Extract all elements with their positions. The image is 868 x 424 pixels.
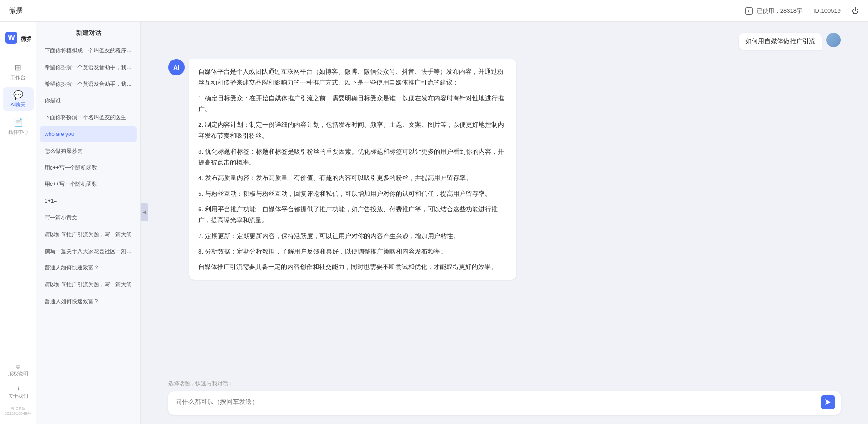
svg-text:W: W [8,34,15,42]
ai-message: AI 自媒体平台是个人或团队通过互联网平台（如博客、微博、微信公众号、抖音、快手… [168,59,841,280]
sidebar-item[interactable]: who are you [40,126,137,142]
sidebar-item[interactable]: 希望你扮演一个英语发音助手，我提供给你... [40,60,137,75]
chat-input-box [168,391,841,415]
sidebar-item[interactable]: 写一篇小黄文 [40,210,137,226]
sidebar-item[interactable]: 希望你扮演一个英语发音助手，我提供给你... [40,76,137,92]
logout-button[interactable]: ⏻ [852,7,859,15]
logo-svg: W 微撰 [5,32,31,46]
drafts-label: 稿件中心 [8,129,28,135]
ai-chat-icon: 💬 [13,90,23,100]
ai-chat-label: AI聊天 [10,101,25,108]
sidebar-item[interactable]: 你是谁 [40,93,137,109]
collapse-sidebar-button[interactable]: ◀ [141,203,148,221]
send-icon [824,399,832,406]
copyright-item[interactable]: © 版权说明 [3,361,34,381]
sidebar-item[interactable]: 用c++写一个随机函数 [40,160,137,176]
ai-response-paragraph: 自媒体平台是个人或团队通过互联网平台（如博客、微博、微信公众号、抖音、快手等）发… [198,66,507,89]
ai-response-paragraph: 6. 利用平台推广功能：自媒体平台都提供了推广功能，如广告投放、付费推广等，可以… [198,204,507,226]
sidebar-item[interactable]: 请以如何推广引流为题，写一篇大纲 [40,277,137,293]
about-label: 关于我们 [8,393,28,399]
chat-messages: 如何用自媒体做推广引流 AI 自媒体平台是个人或团队通过互联网平台（如博客、微博… [141,22,868,374]
logo: W 微撰 [5,31,32,47]
copyright-label: 版权说明 [8,370,28,377]
ai-response-paragraph: 3. 优化标题和标签：标题和标签是吸引粉丝的重要因素。优化标题和标签可以让更多的… [198,146,507,169]
sidebar-list: 下面你将模拟成一个叫圣友的程序员、我说...希望你扮演一个英语发音助手，我提供给… [36,41,140,424]
sidebar-header[interactable]: 新建对话 [36,22,140,41]
topbar-char-count: i 已使用：28318字 [745,7,803,15]
left-nav-bottom: © 版权说明 ℹ 关于我们 粤ICP备2022019948号 [0,361,36,424]
send-button[interactable] [821,395,835,409]
ai-response-paragraph: 自媒体推广引流需要具备一定的内容创作和社交能力，同时也需要不断尝试和优化，才能取… [198,262,507,273]
ai-response-paragraph: 2. 制定内容计划：制定一份详细的内容计划，包括发布时间、频率、主题、文案、图片… [198,120,507,142]
sidebar-item[interactable]: 撰写一篇关于八大家花园社区一刻钟便民生... [40,244,137,259]
sidebar-item[interactable]: 请以如何推广引流为题，写一篇大纲 [40,227,137,243]
quick-label: 选择话题，快速与我对话： [168,380,841,388]
sidebar-item[interactable]: 1+1= [40,193,137,209]
user-avatar [826,33,841,47]
sidebar-item-drafts[interactable]: 📄 稿件中心 [3,115,34,138]
sidebar-item[interactable]: 用c++写一个随机函数 [40,176,137,192]
topbar-id: ID:100519 [813,7,841,14]
left-nav: W 微撰 ⊞ 工作台 💬 AI聊天 📄 稿件中心 © 版权说明 ℹ 关于我们 [0,22,36,424]
sidebar-item[interactable]: 下面你将扮演一个名叫圣友的医生 [40,110,137,125]
sidebar: 新建对话 下面你将模拟成一个叫圣友的程序员、我说...希望你扮演一个英语发音助手… [36,22,141,424]
topbar-title: 微撰 [9,6,745,15]
beian-text: 粤ICP备2022019948号 [0,404,36,417]
user-message: 如何用自媒体做推广引流 [168,33,841,50]
chat-input-area: 选择话题，快速与我对话： [141,374,868,424]
svg-text:微撰: 微撰 [20,35,31,42]
ai-message-bubble: 自媒体平台是个人或团队通过互联网平台（如博客、微博、微信公众号、抖音、快手等）发… [189,59,516,280]
copyright-icon: © [16,364,20,369]
ai-response-paragraph: 7. 定期更新：定期更新内容，保持活跃度，可以让用户对你的内容产生兴趣，增加用户… [198,231,507,242]
user-avatar-image [826,33,841,47]
ai-response-paragraph: 1. 确定目标受众：在开始自媒体推广引流之前，需要明确目标受众是谁，以便在发布内… [198,93,507,115]
user-message-bubble: 如何用自媒体做推广引流 [739,33,822,50]
workbench-label: 工作台 [10,74,25,81]
sidebar-item[interactable]: 下面你将模拟成一个叫圣友的程序员、我说... [40,43,137,59]
char-count-label: 已使用：28318字 [757,7,803,15]
main-layout: W 微撰 ⊞ 工作台 💬 AI聊天 📄 稿件中心 © 版权说明 ℹ 关于我们 [0,22,868,424]
info-icon: i [745,7,753,15]
topbar-right: i 已使用：28318字 ID:100519 ⏻ [745,7,859,15]
topbar: 微撰 i 已使用：28318字 ID:100519 ⏻ [0,0,868,22]
ai-response-paragraph: 8. 分析数据：定期分析数据，了解用户反馈和喜好，以便调整推广策略和内容发布频率… [198,246,507,257]
sidebar-item[interactable]: 普通人如何快速致富？ [40,294,137,309]
ai-response-paragraph: 5. 与粉丝互动：积极与粉丝互动，回复评论和私信，可以增加用户对你的认可和信任，… [198,189,507,200]
sidebar-item-workbench[interactable]: ⊞ 工作台 [3,60,34,84]
about-item[interactable]: ℹ 关于我们 [3,383,34,403]
chat-area: 如何用自媒体做推广引流 AI 自媒体平台是个人或团队通过互联网平台（如博客、微博… [141,22,868,424]
about-icon: ℹ [17,386,19,392]
ai-avatar: AI [168,59,185,75]
chat-input[interactable] [175,397,818,408]
drafts-icon: 📄 [13,117,23,127]
sidebar-item[interactable]: 怎么做狗屎炒肉 [40,143,137,159]
ai-response-paragraph: 4. 发布高质量内容：发布高质量、有价值、有趣的内容可以吸引更多的粉丝，并提高用… [198,173,507,184]
workbench-icon: ⊞ [15,63,21,73]
sidebar-item[interactable]: 普通人如何快速致富？ [40,260,137,276]
sidebar-item-ai-chat[interactable]: 💬 AI聊天 [3,87,34,111]
